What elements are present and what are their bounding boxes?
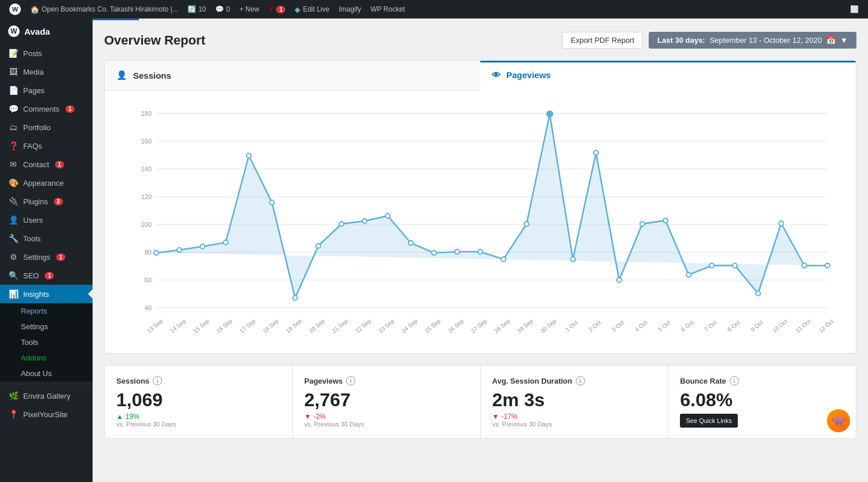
svg-point-44 [779,221,784,226]
sidebar-label-envira: Envira Gallery [23,392,71,400]
svg-text:22 Sep: 22 Sep [354,318,373,334]
avg-session-info-icon[interactable]: i [576,376,585,385]
page-header: Overview Report Export PDF Report Last 3… [104,32,856,49]
sidebar-item-insights[interactable]: 📊 Insights [0,285,93,303]
sidebar-item-users[interactable]: 👤 Users [0,211,93,229]
svg-text:23 Sep: 23 Sep [377,318,396,334]
stat-bounce-rate-text: Bounce Rate [680,377,726,385]
svg-text:10 Oct: 10 Oct [771,318,789,334]
new-item[interactable]: + New [235,0,264,19]
svg-point-29 [432,251,436,255]
sidebar-label-faqs: FAQs [23,142,42,150]
stats-row: Sessions i 1,069 ▲ 19% vs. Previous 30 D… [104,365,856,439]
tab-pageviews[interactable]: 👁 Pageviews [480,61,856,90]
sidebar-item-pixel[interactable]: 📍 PixelYourSite [0,405,93,424]
svg-point-41 [709,263,714,268]
svg-text:6 Oct: 6 Oct [680,319,695,333]
wp-rocket-label: WP Rocket [370,5,405,13]
yoast-icon: Y [269,5,274,14]
contact-icon: ✉ [8,160,19,169]
stat-card-bounce-rate: Bounce Rate i 6.08% See Quick Links 👾 [668,366,856,438]
updates-count: 10 [198,5,206,13]
sidebar-logo[interactable]: W Avada [0,19,93,44]
screen-options-item[interactable]: ⬜ [845,0,863,19]
line-chart: 180 160 140 120 100 80 60 40 [114,102,847,345]
sidebar-item-posts[interactable]: 📝 Posts [0,44,93,62]
sidebar-label-pages: Pages [23,86,45,95]
admin-bar: W 🏠 Open Bookmarks Co. Takashi Hirakimot… [0,0,868,19]
stat-card-pageviews: Pageviews i 2,767 ▼ -2% vs. Previous 30 … [293,366,481,438]
svg-point-39 [663,218,668,223]
sidebar-item-faqs[interactable]: ❓ FAQs [0,137,93,155]
bounce-rate-info-icon[interactable]: i [730,376,739,385]
svg-point-34 [547,111,553,117]
content-area: Overview Report Export PDF Report Last 3… [93,19,868,482]
sessions-info-icon[interactable]: i [153,376,162,385]
bounce-rate-bottom: See Quick Links [680,414,844,428]
tools-icon: 🔧 [8,234,19,243]
site-name-item[interactable]: 🏠 Open Bookmarks Co. Takashi Hirakimoto … [25,0,183,19]
sidebar-item-seo[interactable]: 🔍 SEO 1 [0,266,93,285]
submenu-reports[interactable]: Reports [0,303,93,319]
yoast-item[interactable]: Y 1 [264,0,290,19]
sidebar-item-envira[interactable]: 🌿 Envira Gallery [0,387,93,405]
svg-text:180: 180 [141,110,152,117]
sidebar-item-appearance[interactable]: 🎨 Appearance [0,174,93,192]
site-name-label: Open Bookmarks Co. Takashi Hirakimoto |.… [42,5,178,13]
sidebar-label-pixel: PixelYourSite [23,410,68,419]
imagify-item[interactable]: Imagify [334,0,366,19]
submenu-tools[interactable]: Tools [0,334,93,350]
chart-body: 180 160 140 120 100 80 60 40 [105,90,856,353]
svg-point-33 [524,222,529,226]
svg-text:2 Oct: 2 Oct [587,319,602,333]
pageviews-vs: vs. Previous 30 Days [304,421,469,428]
date-range-value: September 13 - October 12, 2020 [709,36,822,45]
sidebar-item-plugins[interactable]: 🔌 Plugins 3 [0,192,93,211]
see-quick-links-button[interactable]: See Quick Links [680,414,737,428]
submenu-addons[interactable]: Addons [0,350,93,366]
svg-text:24 Sep: 24 Sep [400,318,419,334]
svg-point-17 [154,251,159,255]
edit-live-item[interactable]: ◆ Edit Live [290,0,334,19]
svg-text:140: 140 [141,165,152,172]
faqs-icon: ❓ [8,141,19,150]
wp-logo-item[interactable]: W [5,0,25,19]
sidebar-item-pages[interactable]: 📄 Pages [0,81,93,100]
envira-icon: 🌿 [8,391,19,400]
main-layout: W Avada 📝 Posts 🖼 Media 📄 Pages 💬 Commen… [0,19,868,482]
stat-change-pageviews: ▼ -2% [304,413,469,421]
svg-point-32 [501,257,506,262]
svg-point-36 [594,150,598,155]
sidebar-item-tools[interactable]: 🔧 Tools [0,229,93,248]
svg-text:21 Sep: 21 Sep [331,318,350,334]
date-range-button[interactable]: Last 30 days: September 13 - October 12,… [649,32,856,49]
svg-text:40: 40 [145,304,152,311]
pageviews-info-icon[interactable]: i [346,376,355,385]
svg-text:7 Oct: 7 Oct [703,319,718,333]
sidebar-active-arrow [88,289,93,299]
wp-rocket-item[interactable]: WP Rocket [366,0,410,19]
submenu-settings[interactable]: Settings [0,319,93,334]
sidebar-item-contact[interactable]: ✉ Contact 1 [0,155,93,174]
tab-sessions[interactable]: 👤 Sessions [105,61,480,90]
svg-text:28 Sep: 28 Sep [493,318,512,334]
sidebar-label-posts: Posts [23,49,42,58]
sidebar-item-settings[interactable]: ⚙ Settings 1 [0,248,93,266]
media-icon: 🖼 [8,67,19,76]
svg-text:16 Sep: 16 Sep [215,318,234,334]
comments-item[interactable]: 💬 0 [211,0,235,19]
avg-session-vs: vs. Previous 30 Days [492,421,657,428]
updates-item[interactable]: 🔄 10 [183,0,211,19]
sidebar-item-media[interactable]: 🖼 Media [0,62,93,81]
chart-tabs: 👤 Sessions 👁 Pageviews [105,61,856,90]
pageviews-tab-icon: 👁 [492,70,501,80]
sidebar-item-portfolio[interactable]: 🗂 Portfolio [0,118,93,137]
submenu-about-us[interactable]: About Us [0,366,93,381]
settings-icon: ⚙ [8,252,19,262]
export-pdf-button[interactable]: Export PDF Report [562,32,643,49]
svg-text:9 Oct: 9 Oct [749,319,764,333]
monster-mascot-icon[interactable]: 👾 [827,409,850,432]
stat-change-sessions: ▲ 19% [116,413,281,421]
comments-count: 0 [226,5,230,13]
sidebar-item-comments[interactable]: 💬 Comments 1 [0,100,93,118]
